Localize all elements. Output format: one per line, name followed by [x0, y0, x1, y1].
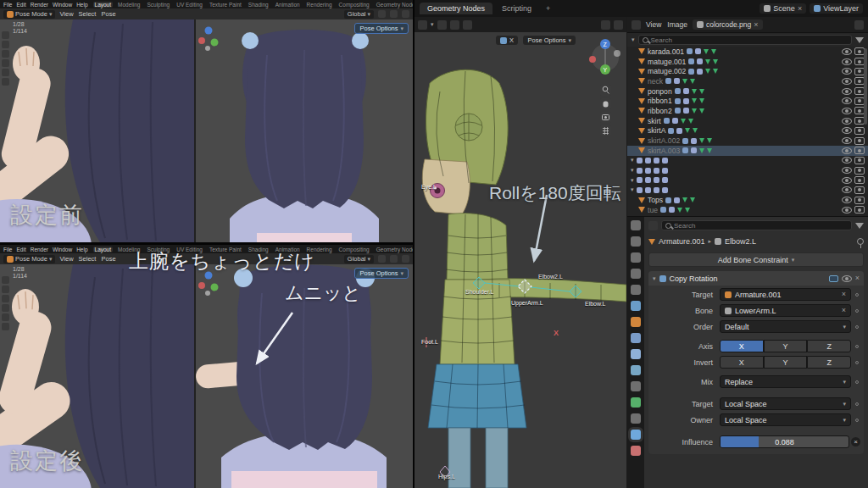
disable-render-icon[interactable]: [854, 157, 865, 164]
transform-tool-icon[interactable]: [2, 323, 9, 330]
disable-render-icon[interactable]: [854, 206, 865, 214]
workspace-tab[interactable]: UV Editing: [175, 2, 204, 8]
collapse-icon[interactable]: ▾: [631, 186, 634, 193]
pose-options-button[interactable]: Pose Options▾: [354, 23, 409, 34]
workspace-tab[interactable]: Modeling: [116, 2, 142, 8]
close-icon[interactable]: ×: [855, 274, 860, 282]
breadcrumb-armature[interactable]: Armature.001: [659, 237, 705, 246]
outliner-row[interactable]: ▾: [627, 175, 868, 186]
scale-tool-icon[interactable]: [2, 69, 9, 76]
output-tab-icon[interactable]: [631, 252, 641, 263]
editor-type-icon[interactable]: [648, 221, 658, 230]
outliner-row[interactable]: karada.001: [627, 47, 868, 57]
hide-eye-icon[interactable]: [842, 147, 852, 154]
navigation-gizmo[interactable]: [197, 23, 222, 53]
view-layer-tab-icon[interactable]: [631, 269, 641, 279]
header-menu-item[interactable]: Pose: [101, 255, 115, 263]
zoom-button[interactable]: [600, 85, 611, 96]
hide-eye-icon[interactable]: [842, 108, 852, 114]
outliner-row[interactable]: neck: [627, 76, 868, 86]
transform-orientation[interactable]: Global▾: [344, 10, 374, 19]
add-workspace-button[interactable]: +: [542, 4, 554, 13]
outliner-row[interactable]: ribbon1: [627, 96, 868, 106]
outliner-row[interactable]: ▾: [627, 156, 868, 166]
constraint-header[interactable]: ▾ Copy Rotation ×: [648, 271, 864, 286]
outliner-row[interactable]: ▾: [627, 186, 868, 196]
transform-tool-icon[interactable]: [2, 78, 9, 86]
cursor-tool-icon[interactable]: [2, 41, 9, 48]
collapse-icon[interactable]: ▾: [631, 167, 634, 174]
axis-z-button[interactable]: Z: [807, 340, 851, 352]
workspace-tab[interactable]: Shading: [247, 2, 270, 8]
grid-ortho-button[interactable]: [600, 125, 611, 136]
menu-item[interactable]: Edit: [16, 2, 25, 8]
workspace-tab[interactable]: Layout: [93, 247, 114, 252]
disable-render-icon[interactable]: [854, 176, 865, 184]
overlays-icon[interactable]: [402, 10, 409, 18]
disable-render-icon[interactable]: [854, 197, 865, 204]
clear-circle-icon[interactable]: ×: [851, 437, 860, 446]
options-icon[interactable]: [854, 20, 864, 30]
target-dropdown[interactable]: Local Space▾: [720, 397, 851, 410]
scene-3d[interactable]: Z Y Eye.LShoulder.LUpperArm.LElbow2.LElb…: [415, 32, 626, 488]
display-mode-icon[interactable]: ▾: [632, 36, 635, 43]
menu-item[interactable]: Window: [53, 247, 72, 252]
outliner-row[interactable]: skirtA: [627, 126, 868, 136]
pan-hand-button[interactable]: [600, 98, 611, 109]
rotate-tool-icon[interactable]: [2, 59, 9, 67]
workspace-tab[interactable]: Rendering: [305, 2, 334, 8]
hide-eye-icon[interactable]: [842, 137, 852, 144]
hide-eye-icon[interactable]: [842, 68, 852, 75]
menu-item[interactable]: Render: [31, 247, 48, 252]
disable-render-icon[interactable]: [854, 186, 865, 194]
hide-eye-icon[interactable]: [842, 186, 852, 193]
hide-eye-icon[interactable]: [842, 58, 852, 65]
tool-tab-icon[interactable]: [631, 220, 641, 230]
outliner-row[interactable]: skirtA.002: [627, 136, 868, 146]
mode-select[interactable]: Pose Mode▾: [3, 10, 55, 19]
hide-eye-icon[interactable]: [842, 207, 852, 214]
proportional-edit-icon[interactable]: [390, 255, 398, 263]
proportional-edit-icon[interactable]: [390, 10, 398, 18]
hide-eye-icon[interactable]: [842, 78, 852, 85]
disable-render-icon[interactable]: [854, 127, 865, 135]
camera-view-button[interactable]: [600, 112, 611, 123]
particles-tab-icon[interactable]: [631, 349, 641, 359]
overlays-icon[interactable]: [402, 255, 409, 263]
object-tab-icon[interactable]: [631, 317, 641, 327]
workspace-tab[interactable]: Layout: [93, 2, 114, 8]
render-tab-icon[interactable]: [631, 236, 641, 247]
outliner-row[interactable]: matuge.001: [627, 57, 868, 67]
header-menu-item[interactable]: Select: [79, 255, 97, 263]
hide-eye-icon[interactable]: [842, 97, 852, 104]
menu-item[interactable]: File: [3, 2, 12, 8]
viewport-area[interactable]: 1/281/114 Pose Options▾ 設定前: [0, 19, 413, 242]
hide-eye-icon[interactable]: [842, 88, 852, 95]
hide-eye-icon[interactable]: [842, 167, 852, 174]
bone-tab-icon[interactable]: [631, 413, 641, 424]
outliner-row[interactable]: skirtA.003: [627, 146, 868, 156]
select-tool-icon[interactable]: [2, 31, 9, 39]
image-editor-menu-item[interactable]: Image: [667, 20, 687, 29]
collapse-icon[interactable]: ▾: [631, 177, 634, 184]
clear-icon[interactable]: ×: [842, 291, 846, 298]
hide-eye-icon[interactable]: [842, 157, 852, 164]
pane-right[interactable]: [196, 19, 413, 242]
filter-icon[interactable]: [855, 37, 864, 43]
hide-eye-icon[interactable]: [842, 197, 852, 203]
move-tool-icon[interactable]: [2, 50, 9, 58]
close-icon[interactable]: ×: [754, 21, 758, 29]
menu-item[interactable]: Render: [31, 2, 48, 8]
header-menu-item[interactable]: Select: [79, 10, 97, 18]
viewport-toolbar[interactable]: [2, 31, 9, 86]
order-dropdown[interactable]: Default▾: [720, 320, 851, 333]
mirror-x-toggle[interactable]: X: [496, 36, 518, 45]
axis-x-button[interactable]: X: [720, 340, 764, 352]
properties-search[interactable]: Search: [661, 220, 852, 230]
hide-eye-icon[interactable]: [842, 127, 852, 134]
eye-icon[interactable]: [842, 275, 852, 282]
workspace-tab[interactable]: Geometry Nodes: [420, 3, 492, 14]
modifiers-tab-icon[interactable]: [631, 333, 641, 343]
header-menu-item[interactable]: View: [59, 10, 73, 18]
invert-y-button[interactable]: Y: [764, 356, 808, 369]
